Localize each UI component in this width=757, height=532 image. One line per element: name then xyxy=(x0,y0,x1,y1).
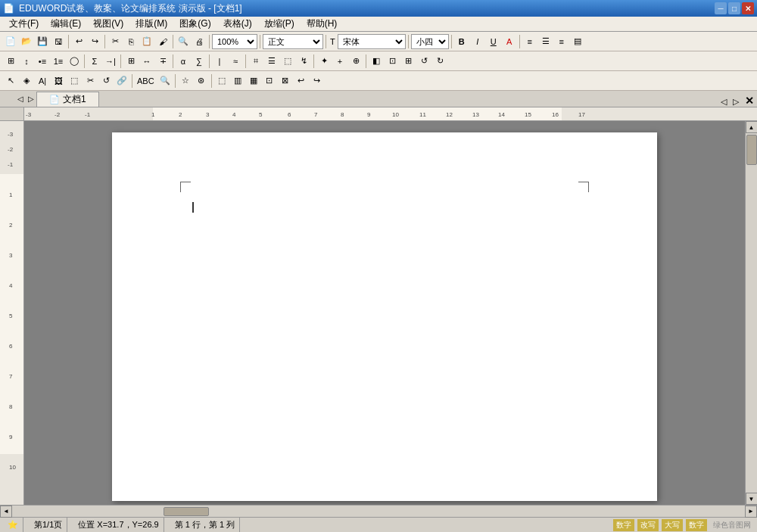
draw-btn5[interactable]: ⊠ xyxy=(278,73,293,89)
draw-symbol[interactable]: ☆ xyxy=(178,73,193,89)
cut-button[interactable]: ✂ xyxy=(107,33,123,50)
tb2-btn-5[interactable]: ◯ xyxy=(67,53,82,70)
justify-button[interactable]: ▤ xyxy=(570,33,585,50)
scroll-right-button[interactable]: ► xyxy=(745,506,757,518)
draw-btn7[interactable]: ↪ xyxy=(310,73,325,89)
draw-btn4[interactable]: ⊡ xyxy=(262,73,277,89)
tb2-btn-15[interactable]: ⌗ xyxy=(248,53,263,70)
draw-btn3[interactable]: ▦ xyxy=(246,73,261,89)
tb2-btn-24[interactable]: ⊞ xyxy=(400,53,416,70)
status-mode-overwrite[interactable]: 改写 xyxy=(637,519,659,531)
menu-edit[interactable]: 编辑(E) xyxy=(45,16,87,32)
maximize-button[interactable]: □ xyxy=(728,2,740,14)
tb2-btn-13[interactable]: | xyxy=(212,53,227,70)
tb2-btn-16[interactable]: ☰ xyxy=(264,53,279,70)
tab-next[interactable]: ▷ xyxy=(26,90,36,107)
save-as-button[interactable]: 🖫 xyxy=(51,33,66,50)
tb2-btn-8[interactable]: ⊞ xyxy=(123,53,139,70)
tb2-btn-2[interactable]: ↕ xyxy=(19,53,34,70)
tb2-btn-14[interactable]: ≈ xyxy=(228,53,243,70)
document-page[interactable] xyxy=(112,132,657,501)
tab-expand[interactable]: ▷ xyxy=(730,97,742,107)
menu-image[interactable]: 图象(G) xyxy=(173,16,217,32)
draw-spellcheck[interactable]: ABC xyxy=(135,73,157,89)
close-button[interactable]: ✕ xyxy=(742,2,754,14)
tb2-btn-20[interactable]: + xyxy=(332,53,347,70)
draw-select[interactable]: ↖ xyxy=(3,73,18,89)
tab-fullscreen[interactable]: ✕ xyxy=(742,95,757,107)
tb2-btn-3[interactable]: •≡ xyxy=(35,53,50,70)
draw-link[interactable]: 🔗 xyxy=(114,73,129,89)
draw-find[interactable]: 🔍 xyxy=(157,73,173,89)
tb2-btn-21[interactable]: ⊕ xyxy=(348,53,363,70)
draw-image[interactable]: 🖼 xyxy=(51,73,66,89)
status-mode-digit[interactable]: 数字 xyxy=(613,519,634,531)
menu-file[interactable]: 文件(F) xyxy=(3,16,45,32)
draw-special[interactable]: ⊛ xyxy=(194,73,209,89)
draw-crop[interactable]: ✂ xyxy=(83,73,98,89)
status-mode-caps[interactable]: 大写 xyxy=(662,519,683,531)
open-button[interactable]: 📂 xyxy=(19,33,34,50)
new-button[interactable]: 📄 xyxy=(3,33,18,50)
draw-btn2[interactable]: ▥ xyxy=(230,73,245,89)
canvas-area xyxy=(24,121,745,505)
font-select[interactable]: 宋体 xyxy=(338,34,406,49)
zoom-select[interactable]: 100% xyxy=(212,34,257,49)
tb2-indent[interactable]: →| xyxy=(103,53,118,70)
fontsize-select[interactable]: 小四 xyxy=(411,34,449,49)
scroll-thumb-h[interactable] xyxy=(164,507,209,516)
print-preview-button[interactable]: 🔍 xyxy=(176,33,191,50)
menu-help[interactable]: 帮助(H) xyxy=(301,16,344,32)
format-painter[interactable]: 🖌 xyxy=(155,33,170,50)
save-button[interactable]: 💾 xyxy=(35,33,50,50)
tb2-btn-22[interactable]: ◧ xyxy=(369,53,384,70)
tb2-btn-10[interactable]: ∓ xyxy=(155,53,170,70)
paste-button[interactable]: 📋 xyxy=(139,33,154,50)
align-right-button[interactable]: ≡ xyxy=(554,33,569,50)
tb2-btn-25[interactable]: ↺ xyxy=(416,53,431,70)
font-color-button[interactable]: A xyxy=(502,33,517,50)
scroll-down-button[interactable]: ▼ xyxy=(746,493,758,505)
tb2-formula[interactable]: Σ xyxy=(87,53,102,70)
menu-table[interactable]: 表格(J) xyxy=(217,16,258,32)
draw-rotate[interactable]: ↺ xyxy=(98,73,114,89)
tb2-btn-17[interactable]: ⬚ xyxy=(280,53,295,70)
menu-zoom[interactable]: 放缩(P) xyxy=(258,16,301,32)
draw-scan[interactable]: ⬚ xyxy=(67,73,82,89)
tb2-btn-12[interactable]: ∑ xyxy=(192,53,207,70)
align-left-button[interactable]: ≡ xyxy=(522,33,537,50)
tb2-btn-11[interactable]: α xyxy=(176,53,191,70)
undo-button[interactable]: ↩ xyxy=(71,33,86,50)
draw-text[interactable]: A| xyxy=(35,73,50,89)
minimize-button[interactable]: ─ xyxy=(715,2,727,14)
tb2-btn-19[interactable]: ✦ xyxy=(316,53,332,70)
scroll-thumb-v[interactable] xyxy=(746,135,757,165)
scroll-up-button[interactable]: ▲ xyxy=(746,121,758,133)
underline-button[interactable]: U xyxy=(486,33,501,50)
style-select[interactable]: 正文 xyxy=(263,34,323,49)
tb2-btn-1[interactable]: ⊞ xyxy=(3,53,18,70)
copy-button[interactable]: ⎘ xyxy=(123,33,139,50)
draw-btn1[interactable]: ⬚ xyxy=(214,73,229,89)
scroll-track-h[interactable] xyxy=(12,506,745,517)
tb2-btn-4[interactable]: 1≡ xyxy=(51,53,66,70)
print-button[interactable]: 🖨 xyxy=(192,33,207,50)
tb2-btn-23[interactable]: ⊡ xyxy=(385,53,400,70)
tb2-btn-9[interactable]: ↔ xyxy=(139,53,154,70)
status-mode-num[interactable]: 数字 xyxy=(686,519,707,531)
doc-tab-1[interactable]: 📄 文档1 xyxy=(36,92,99,107)
menu-layout[interactable]: 排版(M) xyxy=(129,16,173,32)
align-center-button[interactable]: ☰ xyxy=(538,33,553,50)
tb2-btn-26[interactable]: ↻ xyxy=(432,53,447,70)
svg-text:1: 1 xyxy=(151,111,155,118)
scroll-left-button[interactable]: ◄ xyxy=(0,506,12,518)
tab-prev[interactable]: ◁ xyxy=(15,90,26,107)
draw-btn6[interactable]: ↩ xyxy=(294,73,309,89)
bold-button[interactable]: B xyxy=(454,33,469,50)
tab-close[interactable]: ◁ xyxy=(718,97,730,107)
menu-view[interactable]: 视图(V) xyxy=(87,16,129,32)
draw-node[interactable]: ◈ xyxy=(19,73,34,89)
italic-button[interactable]: I xyxy=(470,33,485,50)
tb2-btn-18[interactable]: ↯ xyxy=(296,53,311,70)
redo-button[interactable]: ↪ xyxy=(87,33,102,50)
